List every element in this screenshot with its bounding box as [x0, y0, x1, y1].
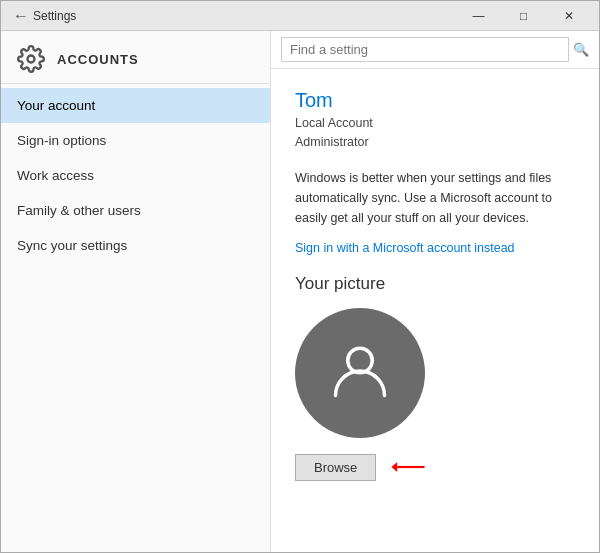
- close-button[interactable]: ✕: [546, 1, 591, 31]
- sidebar-item-your-account[interactable]: Your account: [1, 88, 270, 123]
- minimize-button[interactable]: —: [456, 1, 501, 31]
- avatar: [295, 308, 425, 438]
- maximize-button[interactable]: □: [501, 1, 546, 31]
- sidebar-header: ACCOUNTS: [1, 31, 270, 84]
- search-icon: 🔍: [573, 42, 589, 57]
- user-avatar-icon: [325, 336, 395, 410]
- account-type: Local Account: [295, 114, 575, 133]
- settings-window: ← Settings — □ ✕ ACCOUNTS You: [0, 0, 600, 553]
- sidebar-item-work-access[interactable]: Work access: [1, 158, 270, 193]
- browse-button[interactable]: Browse: [295, 454, 376, 481]
- sidebar-title: ACCOUNTS: [57, 52, 139, 67]
- window-controls: — □ ✕: [456, 1, 591, 31]
- titlebar: ← Settings — □ ✕: [1, 1, 599, 31]
- search-input[interactable]: [281, 37, 569, 62]
- account-info-block: Tom Local Account Administrator: [295, 89, 575, 152]
- svg-point-1: [348, 348, 373, 373]
- window-title: Settings: [33, 9, 456, 23]
- sidebar-item-sync-your-settings[interactable]: Sync your settings: [1, 228, 270, 263]
- svg-point-0: [28, 56, 35, 63]
- browse-row: Browse: [295, 454, 426, 481]
- back-button[interactable]: ←: [9, 7, 33, 25]
- avatar-area: Browse: [295, 308, 575, 481]
- search-area: 🔍: [271, 31, 599, 69]
- content-area: Tom Local Account Administrator Windows …: [271, 69, 599, 552]
- settings-gear-icon: [17, 45, 45, 73]
- svg-marker-3: [392, 462, 398, 472]
- account-role: Administrator: [295, 133, 575, 152]
- nav-list: Your account Sign-in options Work access…: [1, 84, 270, 267]
- right-panel: 🔍 Tom Local Account Administrator Window…: [271, 31, 599, 552]
- your-picture-label: Your picture: [295, 274, 575, 294]
- main-body: ACCOUNTS Your account Sign-in options Wo…: [1, 31, 599, 552]
- sync-description: Windows is better when your settings and…: [295, 168, 575, 228]
- arrow-icon: [390, 456, 426, 478]
- account-name: Tom: [295, 89, 575, 112]
- sidebar-item-sign-in-options[interactable]: Sign-in options: [1, 123, 270, 158]
- sidebar-item-family-other-users[interactable]: Family & other users: [1, 193, 270, 228]
- sidebar: ACCOUNTS Your account Sign-in options Wo…: [1, 31, 271, 552]
- ms-account-link[interactable]: Sign in with a Microsoft account instead: [295, 241, 515, 255]
